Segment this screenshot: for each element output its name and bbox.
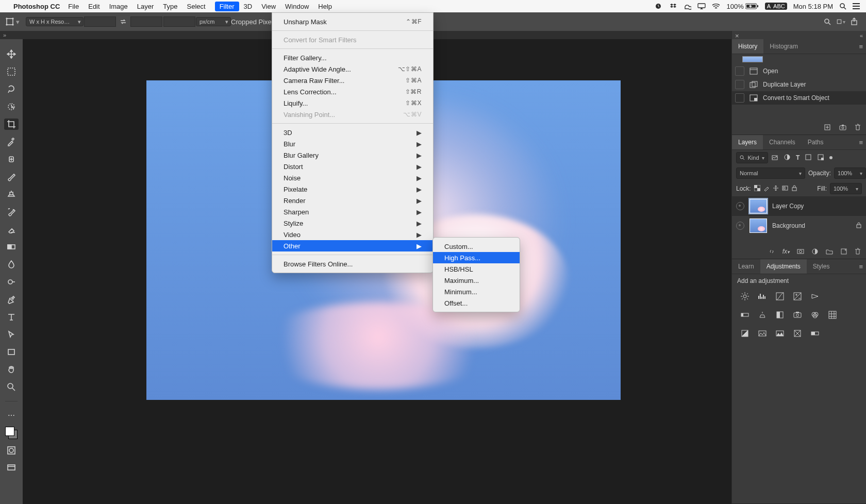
lock-artboard-icon[interactable] (782, 185, 788, 193)
filter-item-camera-raw[interactable]: Camera Raw Filter...⇧⌘A (272, 75, 433, 86)
crop-preset-dropdown[interactable]: W x H x Reso… (26, 17, 84, 26)
crop-height-field[interactable] (130, 16, 162, 27)
layer-visibility-icon[interactable] (736, 202, 744, 210)
move-tool[interactable] (4, 48, 19, 60)
filter-shape-icon[interactable] (805, 154, 812, 162)
filter-item-pixelate[interactable]: Pixelate▶ (272, 183, 433, 195)
clone-stamp-tool[interactable] (4, 189, 19, 200)
layer-row-background[interactable]: Background (732, 216, 866, 236)
filter-item-blur[interactable]: Blur▶ (272, 138, 433, 149)
filter-item-noise[interactable]: Noise▶ (272, 172, 433, 183)
layers-panel-menu-icon[interactable]: ≡ (859, 139, 863, 146)
history-item-smart-object[interactable]: Convert to Smart Object (732, 91, 866, 105)
filter-item-filter-gallery[interactable]: Filter Gallery... (272, 52, 433, 63)
status-menu-icon[interactable] (853, 3, 860, 9)
new-group-icon[interactable] (826, 248, 833, 257)
panel-collapse-icon[interactable]: « (860, 32, 863, 39)
submenu-offset[interactable]: Offset... (433, 297, 520, 309)
layer-mask-icon[interactable] (797, 248, 804, 257)
menu-select[interactable]: Select (187, 3, 205, 10)
layer-filter-dropdown[interactable]: Kind▾ (736, 152, 768, 163)
tab-styles[interactable]: Styles (807, 259, 836, 274)
layer-thumb[interactable] (750, 199, 767, 213)
crop-tool[interactable] (4, 119, 19, 130)
eyedropper-tool[interactable] (4, 136, 19, 147)
filter-item-distort[interactable]: Distort▶ (272, 161, 433, 172)
status-wifi-icon[interactable] (712, 3, 720, 9)
filter-item-adaptive-wide-angle[interactable]: Adaptive Wide Angle...⌥⇧⌘A (272, 63, 433, 75)
color-swatch[interactable] (4, 427, 19, 439)
adj-posterize-icon[interactable] (758, 329, 768, 339)
filter-item-lens-correction[interactable]: Lens Correction...⇧⌘R (272, 86, 433, 97)
fill-field[interactable]: 100%▾ (830, 183, 862, 194)
filter-item-render[interactable]: Render▶ (272, 195, 433, 206)
layer-name[interactable]: Background (772, 222, 805, 229)
status-clock[interactable]: Mon 5:18 PM (793, 3, 833, 10)
filter-adjustment-icon[interactable] (784, 154, 791, 162)
blur-tool[interactable] (4, 259, 19, 270)
filter-type-icon[interactable]: T (796, 154, 800, 161)
status-input-source[interactable]: AABC (765, 3, 787, 10)
eraser-tool[interactable] (4, 224, 19, 235)
status-battery[interactable]: 100% (726, 3, 758, 10)
menu-file[interactable]: File (68, 3, 79, 10)
new-layer-icon[interactable] (840, 248, 847, 257)
adj-hue-icon[interactable] (740, 310, 751, 321)
menu-layer[interactable]: Layer (137, 3, 154, 10)
quick-select-tool[interactable] (4, 101, 19, 112)
swap-dimensions-icon[interactable] (119, 17, 128, 26)
adj-color-lookup-icon[interactable] (828, 310, 838, 321)
tab-channels[interactable]: Channels (763, 135, 802, 149)
brush-tool[interactable] (4, 171, 19, 182)
arrange-documents-icon[interactable]: ▾ (836, 17, 845, 26)
gradient-tool[interactable] (4, 241, 19, 253)
filter-item-stylize[interactable]: Stylize▶ (272, 217, 433, 229)
status-airplay-icon[interactable] (697, 3, 706, 9)
tab-paths[interactable]: Paths (802, 135, 830, 149)
lock-all-icon[interactable] (791, 185, 797, 193)
submenu-hsb-hsl[interactable]: HSB/HSL (433, 263, 520, 275)
menu-view[interactable]: View (261, 3, 276, 10)
adj-invert-icon[interactable] (740, 329, 751, 339)
filter-item-video[interactable]: Video▶ (272, 229, 433, 240)
healing-brush-tool[interactable] (4, 154, 19, 165)
menu-window[interactable]: Window (285, 3, 309, 10)
menu-help[interactable]: Help (318, 3, 332, 10)
menu-filter[interactable]: Filter (215, 2, 239, 11)
filter-item-sharpen[interactable]: Sharpen▶ (272, 206, 433, 217)
tab-history[interactable]: History (732, 39, 763, 54)
pen-tool[interactable] (4, 294, 19, 305)
zoom-tool[interactable] (4, 381, 19, 393)
history-brush-tool[interactable] (4, 206, 19, 217)
adj-vibrance-icon[interactable] (810, 292, 821, 302)
layer-thumb[interactable] (750, 219, 767, 233)
hand-tool[interactable] (4, 364, 19, 375)
create-document-icon[interactable] (824, 124, 831, 132)
delete-state-icon[interactable] (855, 124, 861, 132)
shape-tool[interactable] (4, 346, 19, 358)
path-select-tool[interactable] (4, 329, 19, 340)
layer-lock-icon[interactable] (856, 222, 862, 230)
crop-width-field[interactable] (84, 16, 116, 27)
tab-learn[interactable]: Learn (732, 259, 760, 274)
adj-gradient-map-icon[interactable] (810, 329, 821, 339)
adj-channel-mixer-icon[interactable] (810, 310, 821, 321)
layer-visibility-icon[interactable] (736, 222, 744, 230)
tab-adjustments[interactable]: Adjustments (760, 259, 807, 274)
screen-mode-tool[interactable] (4, 462, 19, 474)
submenu-high-pass[interactable]: High Pass... (433, 252, 520, 263)
status-dnd-icon[interactable] (655, 3, 663, 9)
dodge-tool[interactable] (4, 276, 19, 288)
menu-edit[interactable]: Edit (88, 3, 99, 10)
adj-color-balance-icon[interactable] (758, 310, 768, 321)
submenu-maximum[interactable]: Maximum... (433, 275, 520, 286)
filter-toggle-icon[interactable] (829, 156, 832, 159)
menu-type[interactable]: Type (163, 3, 177, 10)
filter-pixel-icon[interactable] (771, 154, 778, 162)
status-cc-icon[interactable] (683, 3, 691, 10)
snapshot-icon[interactable] (839, 124, 846, 132)
tab-histogram[interactable]: Histogram (763, 39, 804, 54)
adj-curves-icon[interactable] (775, 292, 786, 302)
search-icon[interactable] (823, 17, 832, 26)
filter-item-liquify[interactable]: Liquify...⇧⌘X (272, 97, 433, 109)
